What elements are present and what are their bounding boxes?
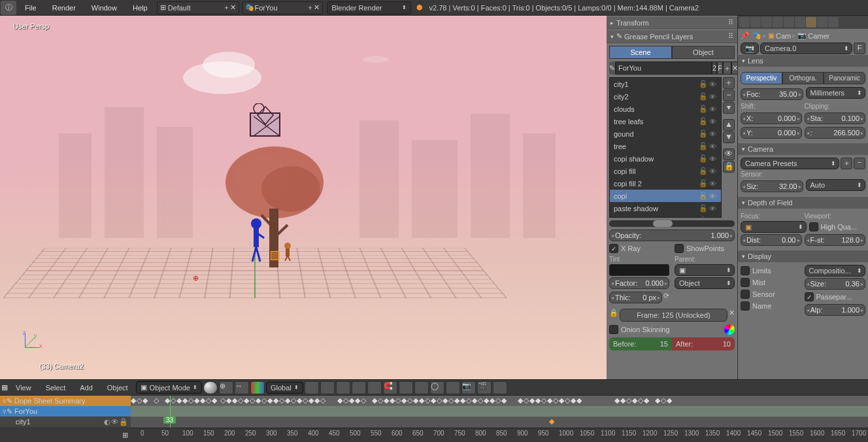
showpoints-checkbox[interactable]	[675, 244, 684, 253]
layer-item[interactable]: tree leafs🔓👁	[610, 115, 721, 128]
hide-icon[interactable]: 👁	[708, 130, 717, 138]
high-quality-checkbox[interactable]	[809, 222, 818, 231]
scene-selector[interactable]: 🎭 ＋✕	[242, 1, 323, 14]
layer-channel-row[interactable]: city1◐👁🔒	[0, 416, 131, 427]
limits-checkbox[interactable]	[741, 266, 750, 275]
layer-item[interactable]: gound🔓👁	[610, 128, 721, 140]
parent-object-field[interactable]: ▣	[675, 264, 735, 276]
layer-move-down-button[interactable]: ▼	[723, 131, 735, 143]
passepartout-alpha-field[interactable]: Alp:1.000	[805, 304, 866, 316]
layer-item[interactable]: copi🔓👁	[610, 190, 721, 202]
gp-datablock-row[interactable]: ▿ ✎ ForYou	[0, 406, 131, 416]
gp-name-input[interactable]	[615, 61, 712, 75]
hide-icon[interactable]: 👁	[708, 143, 717, 150]
preset-remove-button[interactable]: −	[854, 158, 865, 169]
active-frame-button[interactable]: Frame: 125 (Unlocked)	[620, 309, 727, 322]
summary-row[interactable]: ▿ ✎ Dope Sheet Summary	[0, 396, 131, 406]
thickness-apply-button[interactable]: ⟳	[663, 292, 669, 303]
tab-scene[interactable]: Scene	[609, 46, 672, 59]
breadcrumb-data[interactable]: Camer	[808, 32, 829, 40]
hide-icon[interactable]: 👁	[111, 418, 118, 426]
view-menu[interactable]: View	[9, 384, 38, 392]
breadcrumb-object[interactable]: Cam	[776, 32, 791, 40]
hide-icon[interactable]: 👁	[708, 105, 717, 113]
camera-fakeuser-button[interactable]: F	[854, 42, 865, 54]
clip-end-field[interactable]: :266.500	[805, 127, 866, 139]
hide-icon[interactable]: 👁	[708, 118, 717, 126]
lock-icon[interactable]: 🔓	[699, 216, 708, 218]
hide-icon[interactable]: 👁	[708, 80, 717, 88]
layer-item[interactable]: city1🔓👁	[610, 78, 721, 90]
lock-icon[interactable]: 🔓	[699, 179, 708, 188]
layer-item[interactable]: city2🔓👁	[610, 90, 721, 103]
lens-ortho-button[interactable]: Orthogra.	[782, 72, 824, 84]
tab-object-icon[interactable]	[784, 17, 794, 27]
orientation-selector[interactable]: Global⬍	[266, 382, 303, 394]
onion-before-field[interactable]: Before:15	[609, 337, 672, 350]
tab-physics-icon[interactable]	[817, 17, 827, 27]
lock-icon[interactable]: 🔓	[699, 105, 708, 113]
tint-color[interactable]	[609, 264, 669, 276]
object-menu[interactable]: Object	[101, 384, 135, 392]
expand-icon[interactable]: ⊞	[122, 431, 128, 439]
hide-icon[interactable]: 👁	[708, 192, 717, 200]
layer-isolate-button[interactable]: 👁	[723, 148, 735, 160]
tab-render-icon[interactable]	[739, 17, 750, 27]
menu-window[interactable]: Window	[84, 4, 125, 12]
snap-type[interactable]	[399, 381, 413, 394]
preset-add-button[interactable]: ＋	[841, 158, 852, 169]
gp-datablock-icon[interactable]: ✎	[609, 61, 615, 75]
layers-button-1[interactable]	[305, 381, 319, 394]
layers-button-3[interactable]	[336, 381, 350, 394]
info-editor-icon[interactable]: ⓘ	[1, 1, 16, 15]
lens-perspective-button[interactable]: Perspectiv	[741, 72, 782, 84]
lens-panoramic-button[interactable]: Panoramic	[824, 72, 865, 84]
gp-add-button[interactable]: ＋	[723, 61, 731, 75]
snap-target[interactable]	[414, 381, 429, 394]
hide-icon[interactable]: 👁	[708, 93, 717, 101]
tab-data-icon[interactable]	[806, 17, 816, 27]
composition-guides-field[interactable]: Compositio...	[805, 265, 866, 277]
lock-icon[interactable]: 🔓	[699, 154, 708, 163]
camera-id-field[interactable]: Camera.0	[760, 42, 852, 54]
lock-icon[interactable]: 🔓	[699, 167, 708, 175]
layer-move-up-button[interactable]: ▲	[723, 119, 735, 131]
layers-button-4[interactable]	[352, 381, 366, 394]
opengl-render-button[interactable]: 📷	[461, 381, 476, 394]
gp-fakeuser-button[interactable]: F	[717, 61, 723, 75]
transform-panel-header[interactable]: ▸Transform⠿	[607, 16, 737, 29]
lock-icon[interactable]: 🔓	[699, 204, 708, 212]
dof-section-header[interactable]: ▾Depth of Field	[738, 196, 868, 209]
menu-file[interactable]: File	[17, 4, 44, 12]
shift-y-field[interactable]: Y:0.000	[741, 127, 802, 139]
layer-item[interactable]: paste fill🔓👁	[610, 214, 721, 218]
layer-add-button[interactable]: ＋	[723, 77, 735, 89]
editor-type-icon[interactable]: ▦	[1, 383, 8, 392]
camera-section-header[interactable]: ▾Camera	[738, 143, 868, 155]
end-keyframe-icon[interactable]: ◆	[549, 417, 554, 426]
manipulator-options[interactable]	[250, 381, 265, 394]
scene-link-icon[interactable]: 🎭	[752, 31, 761, 40]
3d-viewport[interactable]: User Persp (33) Camera2	[0, 16, 607, 379]
menu-help[interactable]: Help	[125, 4, 156, 12]
hide-icon[interactable]: 👁	[708, 217, 717, 218]
gp-layer-list[interactable]: city1🔓👁city2🔓👁clouds🔓👁tree leafs🔓👁gound🔓…	[609, 77, 722, 218]
mode-selector[interactable]: ▣Object Mode⬍	[136, 381, 202, 394]
lock-icon[interactable]: 🔓	[699, 92, 708, 101]
tab-object[interactable]: Object	[672, 46, 735, 59]
tab-scene-icon[interactable]	[761, 17, 772, 27]
lock-frame-button[interactable]: 🔒	[609, 309, 618, 322]
mist-checkbox[interactable]	[741, 278, 750, 287]
camera-presets-dropdown[interactable]: Camera Presets	[741, 158, 839, 169]
layer-item[interactable]: paste shadow🔓👁	[610, 202, 721, 214]
screen-layout-selector[interactable]: ⊞ Default ＋✕	[157, 1, 240, 14]
gp-layers-panel-header[interactable]: ▾✎ Grease Pencil Layers⠿	[607, 29, 737, 43]
sensor-size-field[interactable]: Siz:32.00	[741, 180, 803, 192]
layers-toggle[interactable]	[367, 381, 382, 394]
focal-length-field[interactable]: Foc:35.00	[741, 88, 803, 100]
layer-item[interactable]: tree🔓👁	[610, 140, 721, 152]
sensor-checkbox[interactable]	[741, 290, 750, 299]
sensor-fit-field[interactable]: Auto	[806, 179, 866, 191]
playhead[interactable]	[170, 396, 171, 428]
hide-icon[interactable]: 👁	[708, 155, 717, 163]
